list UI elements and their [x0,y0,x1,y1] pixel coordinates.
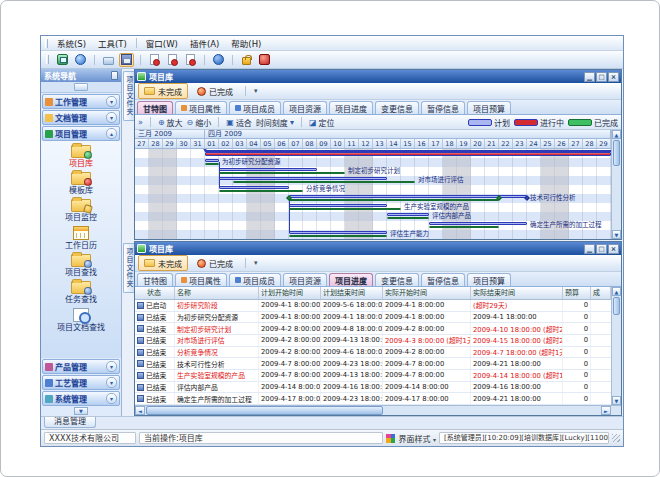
help-button[interactable] [211,53,226,67]
gantt-filter-已完成[interactable]: 已完成 [191,83,239,99]
gantt-tab-暂停信息[interactable]: 暂停信息 [421,101,465,114]
chevron-down-icon[interactable]: ▾ [106,393,117,404]
gantt-bar-actual-制定初步研究计划[interactable] [219,172,345,175]
project-folder-vertical-tab[interactable]: 项目文件夹 [123,71,134,121]
overflow-chevron-icon[interactable]: ▾ [254,259,258,267]
table-row[interactable]: 已结束制定初步研究计划2009-4-2 8:00:002009-4-8 18:0… [135,323,611,335]
tool-适合[interactable]: ▣适合 [226,117,252,128]
chevron-down-icon[interactable]: ▾ [106,377,117,388]
tool-时间刻度[interactable]: 时间刻度▾ [256,117,294,128]
tool-缩小[interactable]: ⊖缩小 [187,117,212,128]
gantt-tab-甘特图[interactable]: 甘特图 [137,101,173,114]
gantt-bar-plan-生产实验室规模的产品[interactable] [289,204,387,207]
sidebar-group-产品管理[interactable]: 产品管理▾ [42,359,120,374]
gantt-bar-plan-技术可行性分析[interactable] [289,195,527,198]
gantt-bar-actual-确定生产所需的加工过程[interactable] [429,226,499,229]
minimize-button[interactable]: ▁ [584,244,595,254]
table-row[interactable]: 已结束评估内部产品2009-4-14 8:00:002009-4-16 18:0… [135,382,611,394]
table-tab-项目资源[interactable]: 项目资源 [283,273,327,286]
gantt-tab-项目资源[interactable]: 项目资源 [283,101,327,114]
column-header-计划结束时间[interactable]: 计划结束时间 [321,287,383,299]
save-button[interactable] [119,53,134,67]
gantt-bar-actual-评估生产能力[interactable] [289,235,387,238]
workspace-button[interactable] [55,53,70,67]
sidebar-group-工艺管理[interactable]: 工艺管理▾ [42,375,120,390]
interface-style-dropdown[interactable]: 界面样式 ▾ [398,433,436,444]
project-folder-vertical-tab[interactable]: 项目文件夹 [123,243,134,293]
gantt-bar-actual-生产实验室规模的产品[interactable] [289,208,401,211]
table-row[interactable]: 已结束技术可行性分析2009-4-7 8:00:002009-4-23 18:0… [135,358,611,370]
column-header-计划开始时间[interactable]: 计划开始时间 [259,287,321,299]
column-header-成[interactable]: 成 [591,287,611,299]
scroll-down-icon[interactable]: ▼ [612,230,621,239]
table-tab-甘特图[interactable]: 甘特图 [137,273,173,286]
gantt-bar-plan-评估内部产品[interactable] [387,213,429,216]
sidebar-group-文档管理[interactable]: 文档管理▾ [42,110,120,125]
close-button[interactable]: × [608,244,619,254]
chevron-up-icon[interactable]: ▴ [106,128,117,139]
menubar-grip[interactable] [45,39,48,48]
gantt-bar-plan-确定生产所需的加工过程[interactable] [429,222,527,225]
table-tab-项目成员[interactable]: 项目成员 [229,273,281,286]
gantt-bar-plan-制定初步研究计划[interactable] [219,168,317,171]
gantt-tab-项目进度[interactable]: 项目进度 [329,101,373,114]
table-tab-项目属性[interactable]: 项目属性 [175,273,227,286]
gantt-bar-actual-评估内部产品[interactable] [387,217,429,220]
gantt-tab-项目成员[interactable]: 项目成员 [229,101,281,114]
menu-item-0[interactable]: 系统(S) [51,36,92,50]
scroll-down-icon[interactable]: ▼ [612,396,621,405]
table-tab-项目进度[interactable]: 项目进度 [329,273,373,286]
close-button[interactable]: × [608,72,619,82]
exit-button[interactable] [257,53,272,67]
column-header-实际结束时间[interactable]: 实际结束时间 [471,287,563,299]
sidebar-item-任务查找[interactable]: 任务查找 [41,280,121,305]
lock-button[interactable] [239,53,254,67]
gantt-bar-actual-为初步研究分配资源[interactable] [205,163,219,166]
menu-item-4[interactable]: 帮助(H) [225,36,267,50]
scroll-down-icon[interactable]: ▼ [74,407,88,415]
sidebar-item-工作日历[interactable]: 工作日历 [41,225,121,251]
table-row[interactable]: 已结束确定生产所需的加工过程2009-4-17 8:00:002009-4-23… [135,393,611,405]
table-tab-变更信息[interactable]: 变更信息 [375,273,419,286]
gantt-bar-plan-分析竞争情况[interactable] [219,186,289,189]
gantt-tab-变更信息[interactable]: 变更信息 [375,101,419,114]
tool-定位[interactable]: ◪定位 [309,117,335,128]
chevron-down-icon[interactable]: ▾ [106,361,117,372]
scrollbar-thumb[interactable] [613,140,620,166]
gantt-bar-actual-技术可行性分析[interactable] [289,199,499,202]
toolbar-grip[interactable] [46,55,49,64]
open-folder-button[interactable] [101,53,116,67]
gantt-tab-项目属性[interactable]: 项目属性 [175,101,227,114]
sidebar-collapse-button[interactable] [74,83,88,91]
gantt-tab-项目预算[interactable]: 项目预算 [467,101,511,114]
menu-item-1[interactable]: 工具(T) [92,36,133,50]
column-header-预算[interactable]: 预算 [563,287,591,299]
overflow-chevron-icon[interactable]: ▾ [254,87,258,95]
sidebar-item-项目文档查找[interactable]: 项目文档查找 [41,307,121,333]
chevron-down-icon[interactable]: ▾ [106,112,117,123]
sidebar-item-项目查找[interactable]: 项目查找 [41,253,121,278]
gantt-bar-actual-分析竞争情况[interactable] [219,190,303,193]
doc-action-1-button[interactable] [147,53,162,67]
sidebar-item-模板库[interactable]: 模板库 [41,171,121,196]
table-row[interactable]: 已结束分析竞争情况2009-4-2 8:00:002009-4-6 18:00:… [135,347,611,359]
tool-放大[interactable]: ⊕放大 [158,117,183,128]
gantt-filter-未完成[interactable]: 未完成 [138,83,188,99]
resize-grip[interactable] [612,434,620,442]
gantt-bar-plan-评估生产能力[interactable] [289,231,387,234]
column-header-名称[interactable]: 名称 [175,287,259,299]
tab-message-management[interactable]: 消息管理 [44,417,96,428]
table-row[interactable]: 已结束为初步研究分配资源2009-4-1 8:00:002009-4-1 18:… [135,312,611,324]
sidebar-item-项目监控[interactable]: 项目监控 [41,198,121,223]
gantt-bar-plan-对市场进行评估[interactable] [219,177,387,180]
table-filter-未完成[interactable]: 未完成 [138,255,188,271]
maximize-button[interactable]: □ [596,72,607,82]
more-tools-chevron-icon[interactable]: » [138,118,143,127]
scroll-left-icon[interactable]: ◄ [135,406,145,415]
scroll-right-icon[interactable]: ► [601,406,611,415]
sidebar-group-工作管理[interactable]: 工作管理▾ [42,94,120,109]
gantt-bar-actual-对市场进行评估[interactable] [233,181,415,184]
scroll-up-icon[interactable]: ▲ [612,130,621,139]
table-tab-暂停信息[interactable]: 暂停信息 [421,273,465,286]
menu-item-2[interactable]: 窗口(W) [140,36,184,50]
